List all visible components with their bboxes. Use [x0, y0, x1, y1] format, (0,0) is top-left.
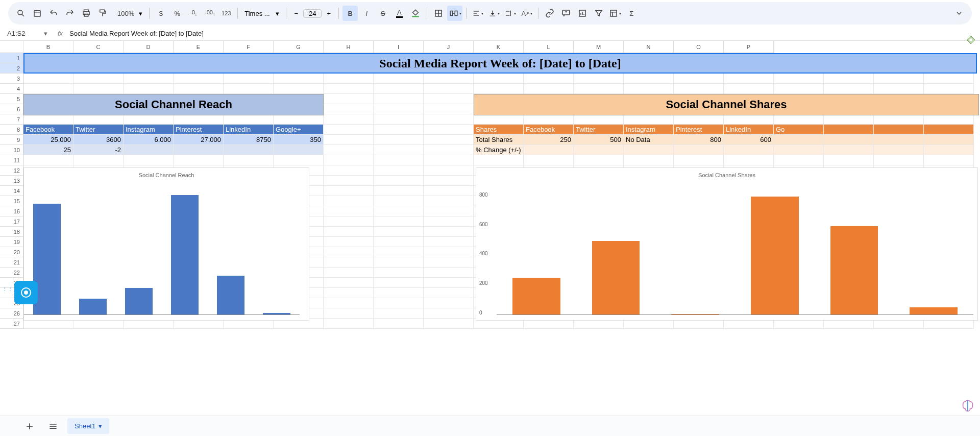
cell[interactable] — [274, 145, 324, 155]
name-box[interactable]: A1:S2 — [4, 30, 44, 37]
cell[interactable] — [424, 186, 474, 196]
cell[interactable] — [324, 114, 374, 125]
filter-views-button[interactable]: ▾ — [607, 6, 623, 21]
print-icon[interactable] — [79, 6, 94, 21]
cell[interactable] — [424, 278, 474, 288]
cell[interactable] — [874, 125, 924, 135]
vertical-align-button[interactable]: ▾ — [486, 6, 502, 21]
cell[interactable] — [324, 298, 374, 308]
horizontal-align-button[interactable]: ▾ — [470, 6, 485, 21]
spreadsheet-grid[interactable]: BCDEFGHIJKLMNOP 123456789101112131415161… — [0, 41, 980, 427]
cell[interactable] — [674, 84, 724, 94]
cell[interactable] — [624, 74, 674, 84]
currency-icon[interactable]: $ — [153, 6, 168, 21]
cell[interactable] — [624, 84, 674, 94]
cell[interactable] — [324, 84, 374, 94]
cell[interactable]: 8750 — [224, 135, 274, 145]
cell[interactable] — [324, 135, 374, 145]
cell[interactable] — [774, 155, 824, 165]
column-header[interactable]: M — [574, 41, 624, 53]
cell[interactable] — [224, 145, 274, 155]
row-header[interactable]: 17 — [0, 216, 23, 227]
cell[interactable] — [124, 114, 174, 125]
cell[interactable] — [374, 155, 424, 165]
cell[interactable]: Instagram — [124, 125, 174, 135]
cell[interactable] — [424, 114, 474, 125]
cell[interactable] — [324, 94, 374, 104]
cell[interactable]: 3600 — [74, 135, 124, 145]
cell[interactable] — [424, 176, 474, 186]
cell[interactable] — [374, 135, 424, 145]
cell[interactable] — [374, 288, 424, 298]
fill-color-button[interactable] — [408, 6, 423, 21]
cell[interactable] — [424, 84, 474, 94]
cell[interactable] — [424, 247, 474, 257]
cell[interactable] — [574, 155, 624, 165]
cell[interactable] — [824, 125, 874, 135]
row-header[interactable]: 14 — [0, 186, 23, 196]
cell[interactable] — [324, 155, 374, 165]
column-header[interactable]: K — [474, 41, 524, 53]
cell[interactable] — [724, 155, 774, 165]
column-header[interactable]: O — [674, 41, 724, 53]
cell[interactable] — [424, 227, 474, 237]
row-header[interactable]: 1 — [0, 53, 23, 63]
row-header[interactable]: 18 — [0, 227, 23, 237]
cell[interactable] — [424, 145, 474, 155]
cell[interactable] — [374, 94, 424, 104]
cell[interactable] — [374, 74, 424, 84]
cell[interactable] — [574, 145, 624, 155]
cell[interactable] — [824, 84, 874, 94]
column-header[interactable]: G — [274, 41, 324, 53]
cell[interactable] — [324, 278, 374, 288]
cell[interactable] — [774, 135, 824, 145]
cell[interactable] — [474, 84, 524, 94]
column-header[interactable]: F — [224, 41, 274, 53]
row-header[interactable]: 15 — [0, 196, 23, 206]
cell[interactable] — [324, 268, 374, 278]
cell[interactable] — [424, 104, 474, 114]
increase-decimal-icon[interactable]: .00↑ — [202, 6, 217, 21]
cell[interactable] — [824, 145, 874, 155]
column-header[interactable]: D — [124, 41, 174, 53]
cell[interactable] — [574, 114, 624, 125]
cell[interactable] — [474, 155, 524, 165]
cell[interactable] — [924, 114, 974, 125]
all-sheets-button[interactable] — [44, 417, 62, 435]
cell[interactable]: Facebook — [524, 125, 574, 135]
font-size-input[interactable] — [304, 10, 321, 17]
row-header[interactable]: 5 — [0, 94, 23, 104]
cell[interactable]: Shares — [474, 125, 524, 135]
cell[interactable]: Total Shares — [474, 135, 524, 145]
cell[interactable] — [374, 268, 424, 278]
row-header[interactable]: 8 — [0, 125, 23, 135]
cell[interactable] — [324, 206, 374, 216]
cell[interactable] — [324, 196, 374, 206]
cell[interactable] — [23, 114, 74, 125]
cell[interactable] — [324, 104, 374, 114]
cell[interactable]: Pinterest — [674, 125, 724, 135]
cell[interactable] — [324, 247, 374, 257]
cell[interactable] — [174, 74, 224, 84]
row-header[interactable]: 22 — [0, 268, 23, 278]
cell[interactable]: Pinterest — [174, 125, 224, 135]
cell[interactable] — [374, 257, 424, 268]
row-header[interactable]: 26 — [0, 308, 23, 319]
cell[interactable] — [924, 135, 974, 145]
italic-button[interactable]: I — [359, 6, 374, 21]
cell[interactable] — [674, 74, 724, 84]
cell[interactable] — [724, 84, 774, 94]
cell[interactable] — [424, 155, 474, 165]
cell[interactable] — [274, 74, 324, 84]
merge-cells-button[interactable]: ▾ — [447, 6, 462, 21]
cell[interactable]: Twitter — [74, 125, 124, 135]
cell[interactable] — [924, 84, 974, 94]
cell[interactable] — [374, 104, 424, 114]
cell[interactable] — [724, 74, 774, 84]
ai-assistant-icon[interactable] — [961, 399, 975, 414]
row-header[interactable]: 7 — [0, 114, 23, 125]
cell[interactable] — [274, 155, 324, 165]
cell[interactable] — [374, 125, 424, 135]
column-header[interactable]: H — [324, 41, 374, 53]
cell[interactable] — [274, 114, 324, 125]
